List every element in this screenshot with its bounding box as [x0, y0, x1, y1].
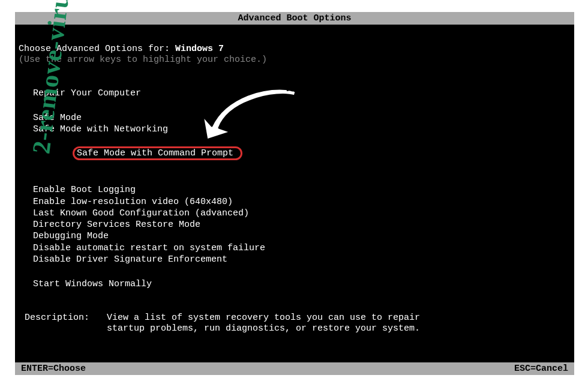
title-bar: Advanced Boot Options	[15, 12, 574, 25]
footer-esc: ESC=Cancel	[514, 364, 568, 374]
menu-group-repair: Repair Your Computer	[33, 88, 574, 99]
menu-item-disable-driver-sig[interactable]: Disable Driver Signature Enforcement	[33, 254, 574, 265]
menu-item-start-normally[interactable]: Start Windows Normally	[33, 278, 574, 290]
menu-group-advanced: Enable Boot Logging Enable low-resolutio…	[33, 184, 574, 265]
menu-item-repair-computer[interactable]: Repair Your Computer	[33, 88, 574, 99]
choose-prompt: Choose Advanced Options for: Windows 7	[19, 44, 574, 54]
menu-item-low-res-video[interactable]: Enable low-resolution video (640x480)	[33, 196, 574, 208]
menu-item-boot-logging[interactable]: Enable Boot Logging	[33, 184, 574, 196]
menu-item-safe-mode-cmd-wrap[interactable]: Safe Mode with Command Prompt	[33, 136, 574, 172]
menu-item-disable-auto-restart[interactable]: Disable automatic restart on system fail…	[33, 242, 574, 254]
boot-screen: Advanced Boot Options Choose Advanced Op…	[15, 12, 574, 375]
menu-item-safe-mode-networking[interactable]: Safe Mode with Networking	[33, 124, 574, 135]
os-name: Windows 7	[175, 44, 224, 54]
content-area: Choose Advanced Options for: Windows 7 (…	[15, 44, 574, 334]
menu-item-last-known-good[interactable]: Last Known Good Configuration (advanced)	[33, 208, 574, 219]
description-label: Description:	[25, 313, 101, 323]
description-text: View a list of system recovery tools you…	[107, 313, 443, 334]
menu-item-dsrm[interactable]: Directory Services Restore Mode	[33, 219, 574, 230]
arrow-keys-hint: (Use the arrow keys to highlight your ch…	[19, 55, 574, 65]
menu-item-safe-mode[interactable]: Safe Mode	[33, 112, 574, 124]
prompt-prefix: Choose Advanced Options for:	[19, 44, 175, 54]
footer-bar: ENTER=Choose ESC=Cancel	[15, 362, 574, 375]
menu-group-safemode: Safe Mode Safe Mode with Networking Safe…	[33, 112, 574, 171]
description-block: Description: View a list of system recov…	[19, 313, 574, 334]
menu-item-debugging[interactable]: Debugging Mode	[33, 230, 574, 242]
menu-item-safe-mode-cmd[interactable]: Safe Mode with Command Prompt	[73, 146, 242, 160]
screen-title: Advanced Boot Options	[238, 13, 351, 23]
menu-group-normal: Start Windows Normally	[33, 278, 574, 290]
footer-enter: ENTER=Choose	[21, 364, 86, 374]
